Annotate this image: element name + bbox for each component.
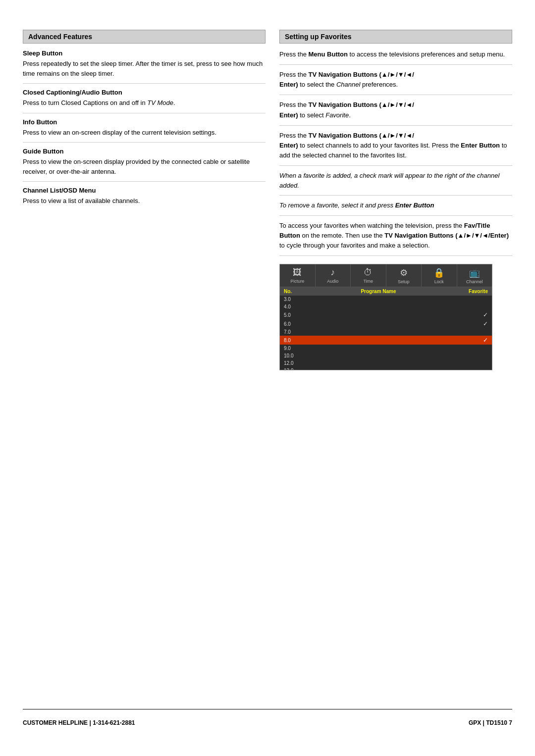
right-column: Setting up Favorites Press the Menu Butt…: [279, 30, 512, 709]
cc-audio-text: Press to turn Closed Captions on and off…: [23, 98, 266, 108]
tv-menu-icon-time: ⏱ Time: [351, 264, 386, 287]
note-check-mark: When a favorite is added, a check mark w…: [279, 171, 512, 196]
sleep-button-title: Sleep Button: [23, 50, 266, 57]
table-row: 12.0: [280, 359, 492, 367]
col-header-fav: Favorite: [448, 289, 488, 294]
right-para-1: Press the Menu Button to access the tele…: [279, 50, 512, 65]
channel-list-title: Channel List/OSD Menu: [23, 187, 266, 194]
footer-model: GPX | TD1510 7: [469, 719, 512, 726]
right-para-2: Press the TV Navigation Buttons (▲/►/▼/◄…: [279, 70, 512, 95]
setup-label: Setup: [398, 279, 410, 284]
lock-label: Lock: [434, 279, 444, 284]
right-para-final: To access your favorites when watching t…: [279, 221, 512, 256]
footer: CUSTOMER HELPLINE | 1-314-621-2881 GPX |…: [23, 709, 512, 726]
tv-menu-icon-audio: ♪ Audio: [316, 264, 351, 287]
right-section-header: Setting up Favorites: [279, 30, 512, 44]
tv-menu-icon-channel: 📺 Channel: [457, 264, 492, 287]
info-button-section: Info Button Press to view an on-screen d…: [23, 118, 266, 143]
right-para-4: Press the TV Navigation Buttons (▲/►/▼/◄…: [279, 131, 512, 166]
info-button-text: Press to view an on-screen display of th…: [23, 128, 266, 138]
cc-audio-section: Closed Captioning/Audio Button Press to …: [23, 89, 266, 113]
table-row: 7.0: [280, 328, 492, 336]
table-row: 10.0: [280, 352, 492, 359]
table-row: 9.0: [280, 345, 492, 352]
table-row: 6.0 ✓: [280, 319, 492, 328]
tv-menu-icon-lock: 🔒 Lock: [422, 264, 457, 287]
sleep-button-section: Sleep Button Press repeatedly to set the…: [23, 50, 266, 84]
tv-menu-icon-setup: ⚙ Setup: [386, 264, 422, 287]
picture-icon: 🖼: [293, 267, 302, 278]
info-button-title: Info Button: [23, 118, 266, 126]
audio-label: Audio: [327, 279, 338, 284]
col-header-no: No.: [284, 289, 309, 294]
time-label: Time: [363, 279, 373, 284]
guide-button-text: Press to view the on-screen display prov…: [23, 157, 266, 176]
channel-list-text: Press to view a list of available channe…: [23, 196, 266, 206]
footer-helpline: CUSTOMER HELPLINE | 1-314-621-2881: [23, 719, 135, 726]
left-section-header: Advanced Features: [23, 30, 266, 44]
table-row-highlighted: 8.0 ✓: [280, 336, 492, 345]
tv-menu-icon-picture: 🖼 Picture: [280, 264, 316, 287]
guide-button-section: Guide Button Press to view the on-screen…: [23, 148, 266, 182]
tv-menu-topbar: 🖼 Picture ♪ Audio ⏱ Time ⚙ Setup: [280, 264, 492, 287]
table-row: 4.0: [280, 303, 492, 310]
tv-menu-image: 🖼 Picture ♪ Audio ⏱ Time ⚙ Setup: [279, 264, 492, 370]
col-header-name: Program Name: [309, 289, 448, 294]
page: Advanced Features Sleep Button Press rep…: [0, 0, 535, 756]
setup-icon: ⚙: [400, 267, 408, 278]
table-row: 3.0: [280, 296, 492, 303]
sleep-button-text: Press repeatedly to set the sleep timer.…: [23, 59, 266, 78]
left-column: Advanced Features Sleep Button Press rep…: [23, 30, 266, 709]
channel-list-section: Channel List/OSD Menu Press to view a li…: [23, 187, 266, 211]
tv-menu-table-header: No. Program Name Favorite: [280, 287, 492, 296]
guide-button-title: Guide Button: [23, 148, 266, 155]
main-content: Advanced Features Sleep Button Press rep…: [23, 30, 512, 709]
table-row: 13.0: [280, 367, 492, 370]
channel-label: Channel: [466, 279, 483, 284]
note-remove-favorite: To remove a favorite, select it and pres…: [279, 201, 512, 216]
picture-label: Picture: [290, 279, 304, 284]
channel-icon: 📺: [469, 267, 480, 278]
table-row: 5.0 ✓: [280, 310, 492, 319]
right-para-3: Press the TV Navigation Buttons (▲/►/▼/◄…: [279, 100, 512, 125]
audio-icon: ♪: [330, 267, 335, 278]
cc-audio-title: Closed Captioning/Audio Button: [23, 89, 266, 96]
time-icon: ⏱: [364, 267, 373, 278]
lock-icon: 🔒: [433, 267, 444, 278]
